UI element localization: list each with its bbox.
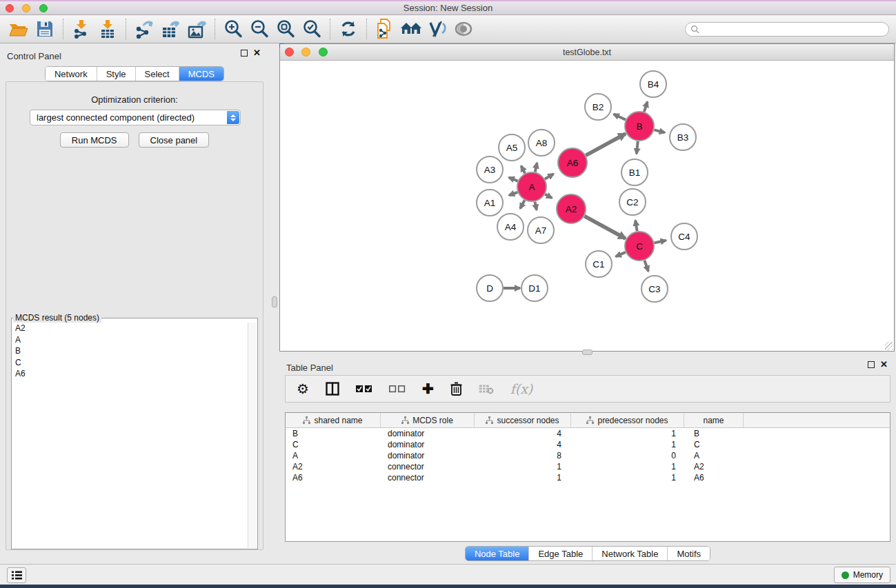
node-A[interactable]: A bbox=[517, 172, 546, 201]
show-columns-icon[interactable] bbox=[326, 382, 339, 396]
save-session-button[interactable] bbox=[32, 17, 58, 41]
edge-A-A8[interactable] bbox=[535, 163, 537, 172]
zoom-out-button[interactable] bbox=[246, 17, 272, 41]
search-field[interactable] bbox=[685, 22, 889, 37]
tab-mcds[interactable]: MCDS bbox=[179, 67, 223, 81]
mcds-result-list[interactable]: A2ABCA6 bbox=[12, 323, 248, 548]
create-column-plus-icon[interactable]: ✚ bbox=[422, 381, 434, 397]
delete-columns-trash-icon[interactable] bbox=[450, 382, 462, 396]
table-row[interactable]: Bdominator41B bbox=[286, 428, 890, 439]
node-A5[interactable]: A5 bbox=[499, 134, 525, 161]
node-C[interactable]: C bbox=[625, 232, 654, 261]
edge-A6-B[interactable] bbox=[586, 134, 626, 155]
cell-mcds_role[interactable]: connector bbox=[381, 472, 475, 483]
task-history-button[interactable] bbox=[7, 567, 26, 583]
close-table-panel-icon[interactable]: ✕ bbox=[880, 361, 888, 368]
node-B3[interactable]: B3 bbox=[670, 124, 696, 150]
delete-table-icon[interactable] bbox=[479, 384, 494, 394]
criterion-select[interactable]: largest connected component (directed) bbox=[30, 110, 241, 125]
cell-mcds_role[interactable]: dominator bbox=[381, 450, 475, 461]
node-A1[interactable]: A1 bbox=[477, 190, 503, 216]
column-header-successor_nodes[interactable]: successor nodes bbox=[475, 413, 571, 427]
cell-shared_name[interactable]: A6 bbox=[286, 472, 381, 483]
column-header-name[interactable]: name bbox=[684, 413, 744, 427]
tab-node-table[interactable]: Node Table bbox=[466, 547, 530, 560]
edge-A-A6[interactable] bbox=[545, 174, 554, 179]
export-image-button[interactable] bbox=[183, 17, 210, 41]
cell-predecessor_nodes[interactable]: 1 bbox=[571, 428, 684, 439]
zoom-in-button[interactable] bbox=[220, 17, 246, 41]
edge-B-B1[interactable] bbox=[637, 141, 638, 154]
node-A8[interactable]: A8 bbox=[528, 130, 555, 156]
open-session-button[interactable] bbox=[6, 17, 32, 41]
node-A3[interactable]: A3 bbox=[477, 156, 503, 183]
cell-shared_name[interactable]: C bbox=[286, 439, 381, 450]
cell-predecessor_nodes[interactable]: 1 bbox=[571, 439, 684, 450]
vertical-splitter-grip[interactable] bbox=[272, 296, 277, 307]
float-panel-icon[interactable] bbox=[241, 50, 248, 57]
import-network-button[interactable] bbox=[68, 17, 94, 41]
float-table-panel-icon[interactable] bbox=[868, 361, 875, 368]
node-A7[interactable]: A7 bbox=[528, 217, 554, 243]
import-table-button[interactable] bbox=[94, 17, 121, 41]
mcds-result-item[interactable]: A2 bbox=[12, 323, 248, 334]
export-table-button[interactable] bbox=[157, 17, 183, 41]
node-B1[interactable]: B1 bbox=[621, 159, 648, 185]
node-B4[interactable]: B4 bbox=[640, 71, 666, 97]
cell-predecessor_nodes[interactable]: 1 bbox=[571, 461, 684, 472]
tab-edge-table[interactable]: Edge Table bbox=[529, 547, 593, 560]
edge-C-C3[interactable] bbox=[644, 261, 648, 272]
node-B2[interactable]: B2 bbox=[585, 94, 611, 120]
select-all-icon[interactable] bbox=[356, 385, 372, 393]
function-builder-fx-icon[interactable]: f(x) bbox=[510, 381, 533, 396]
network-canvas[interactable]: AA1A2A3A4A5A6A7A8BB1B2B3B4CC1C2C3C4DD1 bbox=[280, 61, 894, 351]
table-row[interactable]: Adominator80A bbox=[286, 450, 890, 461]
edge-A-A2[interactable] bbox=[545, 194, 552, 199]
cell-name[interactable]: B bbox=[684, 428, 744, 439]
cell-shared_name[interactable]: A bbox=[286, 450, 381, 461]
cell-mcds_role[interactable]: connector bbox=[381, 461, 475, 472]
style-visibility-button[interactable] bbox=[424, 17, 450, 41]
cell-name[interactable]: A bbox=[684, 450, 744, 461]
mcds-result-item[interactable]: C bbox=[12, 357, 248, 369]
node-D[interactable]: D bbox=[477, 275, 503, 301]
node-C1[interactable]: C1 bbox=[586, 251, 612, 277]
new-network-from-selection-button[interactable] bbox=[372, 17, 398, 41]
edge-C-C1[interactable] bbox=[616, 252, 626, 256]
edge-B-B2[interactable] bbox=[614, 114, 626, 120]
edge-A2-C[interactable] bbox=[584, 216, 625, 239]
zoom-fit-button[interactable] bbox=[272, 17, 299, 41]
apply-layout-button[interactable] bbox=[335, 17, 361, 41]
edge-A-A3[interactable] bbox=[509, 177, 518, 181]
tab-select[interactable]: Select bbox=[136, 67, 179, 81]
cell-name[interactable]: C bbox=[684, 439, 744, 450]
column-header-shared_name[interactable]: shared name bbox=[286, 413, 381, 427]
edge-C-C4[interactable] bbox=[655, 241, 666, 243]
edge-A-A1[interactable] bbox=[509, 192, 517, 196]
search-input[interactable] bbox=[699, 25, 879, 34]
mcds-result-item[interactable]: B bbox=[12, 345, 248, 357]
deselect-all-icon[interactable] bbox=[389, 385, 406, 393]
cell-successor_nodes[interactable]: 1 bbox=[475, 472, 571, 483]
node-A2[interactable]: A2 bbox=[557, 194, 586, 223]
zoom-selected-button[interactable] bbox=[299, 17, 325, 41]
node-table[interactable]: shared nameMCDS rolesuccessor nodesprede… bbox=[285, 412, 890, 542]
table-row[interactable]: A2connector11A2 bbox=[286, 461, 890, 472]
edge-B-B3[interactable] bbox=[654, 130, 665, 132]
close-panel-button[interactable]: Close panel bbox=[139, 132, 210, 148]
run-mcds-button[interactable]: Run MCDS bbox=[60, 132, 129, 148]
node-C4[interactable]: C4 bbox=[671, 223, 697, 250]
memory-button[interactable]: Memory bbox=[834, 567, 890, 583]
cell-mcds_role[interactable]: dominator bbox=[381, 428, 475, 439]
node-A6[interactable]: A6 bbox=[558, 148, 587, 177]
tab-network[interactable]: Network bbox=[46, 67, 97, 81]
horizontal-splitter-grip[interactable] bbox=[582, 349, 593, 355]
edge-C-C2[interactable] bbox=[635, 221, 637, 232]
edge-B-B4[interactable] bbox=[644, 102, 648, 112]
node-D1[interactable]: D1 bbox=[521, 275, 548, 301]
tab-style[interactable]: Style bbox=[97, 67, 136, 81]
table-row[interactable]: A6connector11A6 bbox=[286, 472, 890, 483]
cell-name[interactable]: A2 bbox=[684, 461, 744, 472]
home-button[interactable] bbox=[398, 17, 424, 41]
node-C2[interactable]: C2 bbox=[619, 189, 646, 215]
